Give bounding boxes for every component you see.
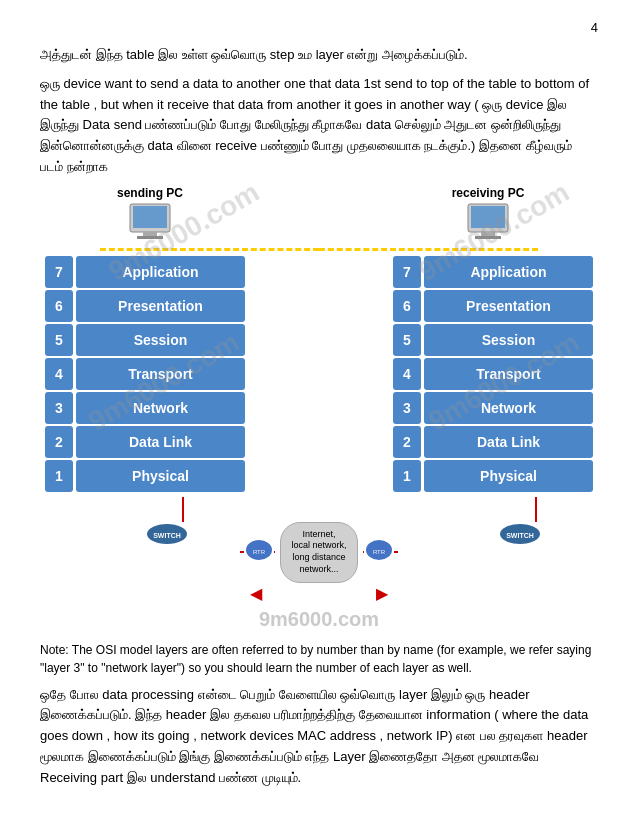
footer-tamil-text: ஒதே போல data processing என்டை பெறும் வேள… [40, 685, 598, 789]
layer-num-right-6: 6 [393, 290, 421, 322]
layer-name-right-transport: Transport [424, 358, 593, 390]
svg-rect-1 [133, 206, 167, 228]
svg-text:SWITCH: SWITCH [153, 532, 181, 539]
layer-name-left-application: Application [76, 256, 245, 288]
layer-row-left-7: 7 Application [45, 256, 245, 288]
bottom-watermark: 9m6000.com [40, 608, 598, 631]
receiving-layers: 7 Application 6 Presentation 5 Session 4… [388, 256, 598, 492]
left-vertical-line [182, 497, 184, 522]
layer-name-right-session: Session [424, 324, 593, 356]
layer-num-right-4: 4 [393, 358, 421, 390]
layer-row-left-5: 5 Session [45, 324, 245, 356]
svg-rect-2 [143, 232, 157, 236]
layer-num-left-6: 6 [45, 290, 73, 322]
layer-num-left-2: 2 [45, 426, 73, 458]
layer-num-left-5: 5 [45, 324, 73, 356]
layer-name-left-physical: Physical [76, 460, 245, 492]
layer-row-left-2: 2 Data Link [45, 426, 245, 458]
layer-row-right-1: 1 Physical [393, 460, 593, 492]
layer-row-right-6: 6 Presentation [393, 290, 593, 322]
layer-name-left-data link: Data Link [76, 426, 245, 458]
right-layers-stack: 7 Application 6 Presentation 5 Session 4… [393, 256, 593, 492]
red-line-area: RTR Internet, local network, long distan… [240, 522, 398, 583]
layer-row-right-4: 4 Transport [393, 358, 593, 390]
layer-name-right-data link: Data Link [424, 426, 593, 458]
left-layers-stack: 7 Application 6 Presentation 5 Session 4… [45, 256, 245, 492]
left-router: RTR [244, 538, 274, 566]
layer-row-left-6: 6 Presentation [45, 290, 245, 322]
right-arrow: ▶ [376, 584, 388, 603]
layer-row-right-3: 3 Network [393, 392, 593, 424]
right-router: RTR [364, 538, 394, 566]
svg-rect-8 [475, 236, 501, 239]
layer-name-left-transport: Transport [76, 358, 245, 390]
bottom-network: SWITCH RTR Internet, local network, long… [40, 497, 598, 603]
layer-row-right-7: 7 Application [393, 256, 593, 288]
receiving-pc-label: receiving PC [452, 186, 525, 200]
layer-row-right-5: 5 Session [393, 324, 593, 356]
left-arrow: ◀ [250, 584, 262, 603]
layer-name-right-physical: Physical [424, 460, 593, 492]
right-red-line [394, 551, 398, 553]
layer-num-left-3: 3 [45, 392, 73, 424]
layer-num-right-3: 3 [393, 392, 421, 424]
layer-num-right-1: 1 [393, 460, 421, 492]
layer-num-left-7: 7 [45, 256, 73, 288]
layer-name-left-presentation: Presentation [76, 290, 245, 322]
layer-name-right-network: Network [424, 392, 593, 424]
sending-layers: 7 Application 6 Presentation 5 Session 4… [40, 256, 250, 492]
layer-num-right-5: 5 [393, 324, 421, 356]
left-switch: SWITCH [145, 522, 190, 550]
layer-name-right-application: Application [424, 256, 593, 288]
layer-num-right-2: 2 [393, 426, 421, 458]
mid-line1 [274, 551, 275, 553]
sending-pc-section: sending PC [50, 186, 250, 244]
bottom-watermark-text: 9m6000.com [259, 608, 379, 630]
dashed-connection [40, 248, 598, 251]
svg-text:RTR: RTR [373, 549, 386, 555]
cloud-box: Internet, local network, long distance n… [280, 522, 357, 583]
layer-name-right-presentation: Presentation [424, 290, 593, 322]
svg-text:SWITCH: SWITCH [506, 532, 534, 539]
svg-text:RTR: RTR [253, 549, 266, 555]
layer-num-left-1: 1 [45, 460, 73, 492]
arrows-row: ◀ ▶ [240, 584, 398, 603]
layer-num-left-4: 4 [45, 358, 73, 390]
layer-row-right-2: 2 Data Link [393, 426, 593, 458]
layer-row-left-3: 3 Network [45, 392, 245, 424]
svg-rect-7 [481, 232, 495, 236]
note-text: Note: The OSI model layers are often ref… [40, 641, 598, 677]
right-bottom: SWITCH [398, 497, 598, 550]
left-bottom: SWITCH [40, 497, 240, 550]
svg-rect-6 [471, 206, 505, 228]
osi-diagram-wrapper: 9m6000.com 9m6000.com 9m6000.com 9m6000.… [40, 186, 598, 603]
page-number: 4 [40, 20, 598, 35]
sending-pc-icon [125, 202, 175, 244]
svg-rect-3 [137, 236, 163, 239]
detail-text: ஒரு device want to send a data to anothe… [40, 74, 598, 178]
layer-num-right-7: 7 [393, 256, 421, 288]
layer-name-left-session: Session [76, 324, 245, 356]
osi-layers-diagram: 7 Application 6 Presentation 5 Session 4… [40, 256, 598, 492]
receiving-pc-icon [463, 202, 513, 244]
layer-name-left-network: Network [76, 392, 245, 424]
receiving-pc-section: receiving PC [388, 186, 588, 244]
layer-row-left-4: 4 Transport [45, 358, 245, 390]
right-vertical-line [535, 497, 537, 522]
layer-row-left-1: 1 Physical [45, 460, 245, 492]
right-switch: SWITCH [498, 522, 543, 550]
center-network: RTR Internet, local network, long distan… [240, 497, 398, 603]
sending-pc-label: sending PC [117, 186, 183, 200]
intro-text: அத்துடன் இந்த table இல உள்ள ஒவ்வொரு step… [40, 45, 598, 66]
